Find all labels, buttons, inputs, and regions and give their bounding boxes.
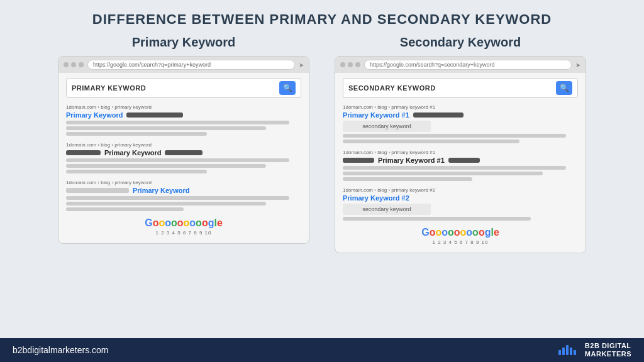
result-line <box>66 158 289 162</box>
result-line <box>343 140 519 143</box>
primary-browser: https://google.com/search?q=primary+keyw… <box>58 56 309 244</box>
dot-3 <box>79 62 84 67</box>
primary-result-1-title-row: Primary Keyword <box>66 111 301 119</box>
bar-2 <box>562 348 565 355</box>
result-line <box>66 170 207 173</box>
primary-result-2-title[interactable]: Primary Keyword <box>104 149 161 156</box>
secondary-keyword-label-1: secondary keyword <box>343 121 431 132</box>
columns-container: Primary Keyword https://google.com/searc… <box>25 35 619 253</box>
bar-1 <box>558 350 561 355</box>
secondary-page-numbers: 1 2 3 4 5 6 7 8 9 10 <box>433 239 489 245</box>
result-line <box>66 196 289 200</box>
primary-url-bar[interactable]: https://google.com/search?q=primary+keyw… <box>87 60 295 70</box>
brand-name: B2B DIGITAL MARKETERS <box>585 342 631 358</box>
primary-browser-bar: https://google.com/search?q=primary+keyw… <box>58 57 309 73</box>
dot-2 <box>348 62 353 67</box>
secondary-result-2-bar-before <box>343 158 374 163</box>
primary-result-3-breadcrumb: 1domain.com › blog › primary keyword <box>66 180 301 185</box>
primary-result-2-lines <box>66 158 301 173</box>
secondary-result-3: 1domain.com › blog › primary keyword #2 … <box>343 187 578 221</box>
primary-result-3-bar-before <box>66 188 129 193</box>
secondary-browser-arrow: ➤ <box>575 62 580 69</box>
secondary-search-bar[interactable]: SECONDARY KEYWORD 🔍 <box>343 78 578 98</box>
secondary-column: Secondary Keyword https://google.com/sea… <box>335 35 586 253</box>
dot-3 <box>355 62 360 67</box>
bar-5 <box>574 350 576 355</box>
result-line <box>66 132 207 136</box>
secondary-browser: https://google.com/search?q=secondary+ke… <box>335 56 586 253</box>
primary-pagination: Gooooooooogle 1 2 3 4 5 6 7 8 9 10 <box>66 217 301 236</box>
secondary-search-button[interactable]: 🔍 <box>556 81 572 95</box>
primary-result-1-title[interactable]: Primary Keyword <box>66 111 123 119</box>
primary-search-text: PRIMARY KEYWORD <box>72 84 279 92</box>
secondary-browser-dots <box>340 62 360 67</box>
result-line <box>66 121 289 124</box>
secondary-result-3-title[interactable]: Primary Keyword #2 <box>343 194 409 202</box>
result-line <box>66 164 266 168</box>
primary-search-bar[interactable]: PRIMARY KEYWORD 🔍 <box>66 78 301 98</box>
secondary-pagination: Gooooooooogle 1 2 3 4 5 6 7 8 9 10 <box>343 227 578 245</box>
footer: b2bdigitalmarketers.com B2B DIGITAL MARK… <box>0 338 644 362</box>
secondary-result-1-title-row: Primary Keyword #1 <box>343 111 578 119</box>
primary-result-2: 1domain.com › blog › primary keyword Pri… <box>66 142 301 173</box>
footer-url: b2bdigitalmarketers.com <box>13 345 109 355</box>
brand-line2: MARKETERS <box>585 350 631 358</box>
result-line <box>343 217 531 221</box>
secondary-column-title: Secondary Keyword <box>400 35 521 50</box>
secondary-search-text: SECONDARY KEYWORD <box>348 84 556 92</box>
secondary-browser-content: SECONDARY KEYWORD 🔍 1domain.com › blog ›… <box>335 73 586 253</box>
brand-line1: B2B DIGITAL <box>585 342 631 350</box>
result-line <box>66 202 266 206</box>
primary-search-button[interactable]: 🔍 <box>279 81 296 95</box>
secondary-result-2: 1domain.com › blog › primary keyword #1 … <box>343 150 578 181</box>
primary-google-logo: Gooooooooogle <box>145 217 223 229</box>
secondary-result-1-bar <box>413 112 464 118</box>
secondary-google-logo: Gooooooooogle <box>421 227 499 238</box>
dot-2 <box>71 62 76 67</box>
bar-4 <box>570 348 572 355</box>
dot-1 <box>340 62 345 67</box>
page-title: DIFFERENCE BETWEEN PRIMARY AND SECONDARY… <box>92 11 552 28</box>
secondary-result-2-breadcrumb: 1domain.com › blog › primary keyword #1 <box>343 150 578 155</box>
brand-logo-bars <box>558 345 576 355</box>
secondary-result-2-title[interactable]: Primary Keyword #1 <box>378 156 445 164</box>
primary-result-2-title-row: Primary Keyword <box>66 149 301 156</box>
result-line <box>343 172 543 175</box>
secondary-url-bar[interactable]: https://google.com/search?q=secondary+ke… <box>364 60 572 70</box>
primary-result-3-title[interactable]: Primary Keyword <box>133 187 189 194</box>
result-line <box>66 207 184 211</box>
primary-browser-content: PRIMARY KEYWORD 🔍 1domain.com › blog › p… <box>58 73 309 243</box>
bar-3 <box>566 345 569 355</box>
primary-result-1: 1domain.com › blog › primary keyword Pri… <box>66 104 301 136</box>
primary-result-3: 1domain.com › blog › primary keyword Pri… <box>66 180 301 211</box>
secondary-result-3-title-row: Primary Keyword #2 <box>343 194 578 202</box>
result-line <box>343 134 566 138</box>
browser-arrow: ➤ <box>299 62 304 69</box>
secondary-result-1-breadcrumb: 1domain.com › blog › primary keyword #1 <box>343 104 578 110</box>
primary-column: Primary Keyword https://google.com/searc… <box>58 35 309 253</box>
result-line <box>343 177 472 181</box>
dot-1 <box>64 62 69 67</box>
primary-result-1-breadcrumb: 1domain.com › blog › primary keyword <box>66 104 301 110</box>
secondary-browser-bar: https://google.com/search?q=secondary+ke… <box>335 57 586 73</box>
primary-result-3-lines <box>66 196 301 211</box>
secondary-result-3-breadcrumb: 1domain.com › blog › primary keyword #2 <box>343 187 578 193</box>
secondary-result-1: 1domain.com › blog › primary keyword #1 … <box>343 104 578 143</box>
primary-result-2-bar-after <box>165 150 203 155</box>
secondary-result-2-bar-after <box>448 158 480 163</box>
primary-page-numbers: 1 2 3 4 5 6 7 8 9 10 <box>156 230 212 236</box>
primary-result-2-breadcrumb: 1domain.com › blog › primary keyword <box>66 142 301 148</box>
secondary-result-1-lines <box>343 134 578 143</box>
primary-result-1-lines <box>66 121 301 136</box>
result-line <box>343 166 566 170</box>
browser-dots <box>64 62 84 67</box>
result-line <box>66 126 266 130</box>
secondary-result-2-lines <box>343 166 578 181</box>
footer-brand: B2B DIGITAL MARKETERS <box>558 342 631 358</box>
secondary-result-1-title[interactable]: Primary Keyword #1 <box>343 111 409 119</box>
primary-result-1-bar <box>126 112 183 118</box>
secondary-result-3-lines <box>343 217 578 221</box>
primary-result-2-bar-before <box>66 150 101 155</box>
main-content: DIFFERENCE BETWEEN PRIMARY AND SECONDARY… <box>0 0 644 338</box>
secondary-keyword-label-2: secondary keyword <box>343 204 431 215</box>
